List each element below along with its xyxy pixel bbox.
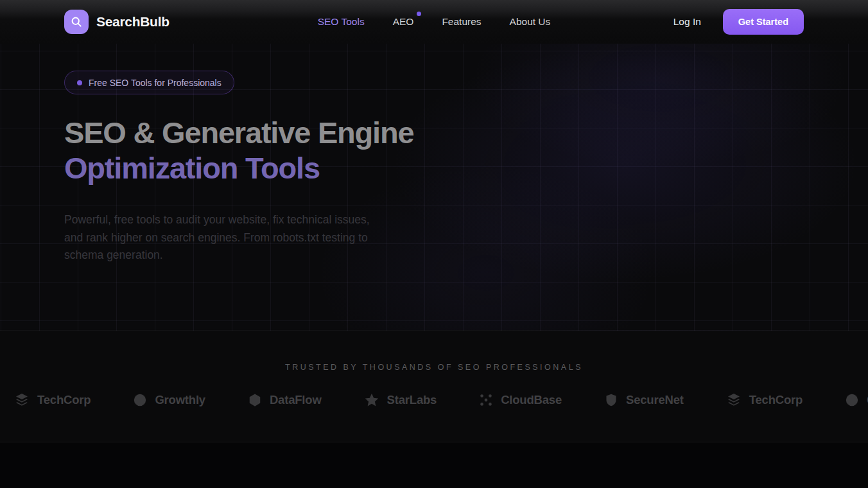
hero-section: Free SEO Tools for Professionals SEO & G… <box>0 44 868 331</box>
nav-link-aeo[interactable]: AEO <box>393 16 414 28</box>
nav-link-features[interactable]: Features <box>442 16 481 28</box>
partner-logo-cloudbase: CloudBase <box>479 393 562 407</box>
layers-icon <box>14 392 30 408</box>
top-navigation-bar: SearchBulb SEO Tools AEO Features About … <box>0 0 868 44</box>
star-icon <box>364 392 379 408</box>
layers-icon <box>726 392 742 408</box>
partner-logo-dataflow: DataFlow <box>248 393 322 407</box>
scatter-icon <box>479 393 493 407</box>
hero-heading-line2: Optimization Tools <box>64 151 320 185</box>
circle-icon <box>845 393 859 407</box>
brand-logo[interactable]: SearchBulb <box>64 10 169 34</box>
get-started-button[interactable]: Get Started <box>723 9 804 35</box>
nav-link-seo-tools[interactable]: SEO Tools <box>318 16 365 28</box>
badge-dot-icon <box>77 80 82 85</box>
brand-name: SearchBulb <box>96 14 169 30</box>
logo-marquee: TechCorp Growthly DataFlow StarLabs <box>0 392 868 410</box>
hexagon-icon <box>248 393 262 407</box>
trusted-by-label: TRUSTED BY THOUSANDS OF SEO PROFESSIONAL… <box>0 363 868 372</box>
shield-icon <box>604 393 618 407</box>
page-bottom-spacer <box>0 442 868 488</box>
hero-heading-line1: SEO & Generative Engine <box>64 116 413 150</box>
partner-logo-starlabs: StarLabs <box>364 392 437 408</box>
partner-logo-growthly: Growthly <box>133 393 205 407</box>
hero-description: Powerful, free tools to audit your websi… <box>64 211 376 265</box>
hero-badge-label: Free SEO Tools for Professionals <box>89 78 221 88</box>
circle-icon <box>133 393 147 407</box>
search-logo-icon <box>64 10 89 34</box>
login-link[interactable]: Log In <box>673 16 701 28</box>
logo-marquee-track: TechCorp Growthly DataFlow StarLabs <box>0 392 868 408</box>
partner-logo-techcorp-2: TechCorp <box>726 392 803 408</box>
partner-logo-techcorp: TechCorp <box>14 392 91 408</box>
partner-logo-securenet: SecureNet <box>604 393 684 407</box>
hero-heading: SEO & Generative Engine Optimization Too… <box>64 115 804 186</box>
new-indicator-dot <box>417 12 421 16</box>
partner-logo-growthly-2: Growthly <box>845 393 868 407</box>
nav-link-about-us[interactable]: About Us <box>510 16 551 28</box>
trusted-by-section: TRUSTED BY THOUSANDS OF SEO PROFESSIONAL… <box>0 331 868 442</box>
hero-badge: Free SEO Tools for Professionals <box>64 71 234 94</box>
